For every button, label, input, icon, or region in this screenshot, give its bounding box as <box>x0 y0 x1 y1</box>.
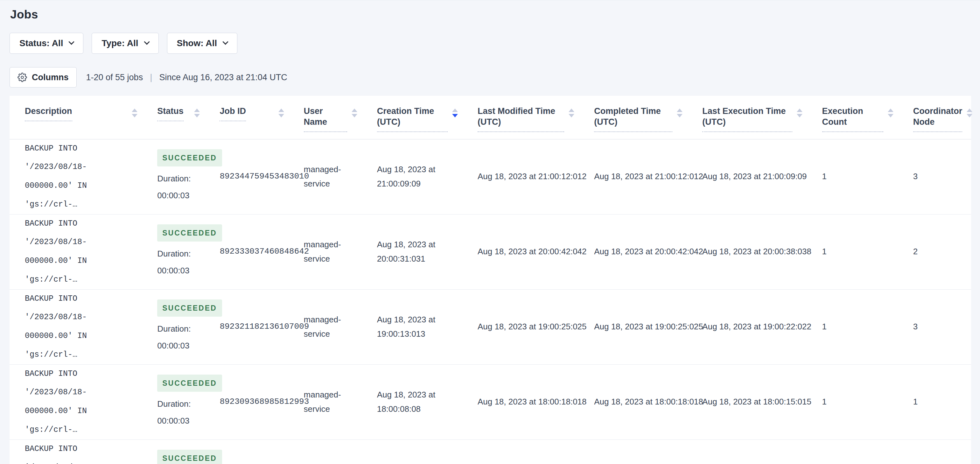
status-cell: SUCCEEDEDDuration:00:00:03 <box>142 139 204 214</box>
status-filter-dropdown[interactable]: Status: All <box>10 33 83 54</box>
job-duration-value: 00:00:03 <box>157 337 200 354</box>
completed-time-cell: Aug 18, 2023 at 21:00:12:012 <box>579 139 687 214</box>
status-cell: SUCCEEDEDDuration:00:00:03 <box>142 364 204 440</box>
execution-count-cell: 1 <box>807 214 898 289</box>
last-modified-time-cell: Aug 18, 2023 at 19:00:25:025 <box>462 289 579 364</box>
last-execution-time-cell: Aug 18, 2023 at 21:00:09:09 <box>687 139 807 214</box>
last-execution-time-cell: Aug 18, 2023 at 17:00:22:022 <box>687 440 807 464</box>
type-filter-label: Type: All <box>102 38 138 48</box>
sort-arrows-icon <box>569 108 574 118</box>
description-cell: BACKUP INTO '/2023/08/18- 000000.00' IN … <box>10 440 142 464</box>
last-modified-time-cell: Aug 18, 2023 at 18:00:18:018 <box>462 364 579 440</box>
description-cell: BACKUP INTO '/2023/08/18- 000000.00' IN … <box>10 289 142 364</box>
status-badge: SUCCEEDED <box>157 149 222 166</box>
results-count: 1-20 of 55 jobs <box>86 73 143 83</box>
show-filter-dropdown[interactable]: Show: All <box>167 33 238 54</box>
job-description-link[interactable]: BACKUP INTO '/2023/08/18- 000000.00' IN … <box>25 444 87 464</box>
user-name-cell: managed-service <box>289 440 362 464</box>
job-duration-label: Duration: <box>157 320 200 337</box>
filter-bar: Status: All Type: All Show: All <box>10 33 971 54</box>
table-row: BACKUP INTO '/2023/08/18- 000000.00' IN … <box>10 214 971 289</box>
jobs-table: Description Status Job ID User Name Crea… <box>10 96 971 464</box>
column-header-job-id[interactable]: Job ID <box>204 96 288 139</box>
job-duration-label: Duration: <box>157 246 200 262</box>
columns-button[interactable]: Columns <box>10 67 77 88</box>
creation-time-cell: Aug 18, 2023 at 18:00:08:08 <box>362 364 462 440</box>
table-header-row: Description Status Job ID User Name Crea… <box>10 96 971 139</box>
execution-count-cell: 1 <box>807 440 898 464</box>
jobs-table-container: Description Status Job ID User Name Crea… <box>10 96 971 464</box>
column-header-last-execution-time[interactable]: Last Execution Time (UTC) <box>687 96 807 139</box>
job-duration-label: Duration: <box>157 170 200 187</box>
job-description-link[interactable]: BACKUP INTO '/2023/08/18- 000000.00' IN … <box>25 369 87 434</box>
last-modified-time-cell: Aug 18, 2023 at 17:00:25:025 <box>462 440 579 464</box>
coordinator-node-cell: 2 <box>898 214 971 289</box>
coordinator-node-cell: 1 <box>898 364 971 440</box>
creation-time-cell: Aug 18, 2023 at 21:00:09:09 <box>362 139 462 214</box>
last-modified-time-cell: Aug 18, 2023 at 21:00:12:012 <box>462 139 579 214</box>
column-header-last-modified-time[interactable]: Last Modified Time (UTC) <box>462 96 579 139</box>
sort-arrows-icon <box>797 108 802 118</box>
job-description-link[interactable]: BACKUP INTO '/2023/08/18- 000000.00' IN … <box>25 219 87 284</box>
execution-count-cell: 1 <box>807 139 898 214</box>
creation-time-cell: Aug 18, 2023 at 17:00:09:09 <box>362 440 462 464</box>
completed-time-cell: Aug 18, 2023 at 19:00:25:025 <box>579 289 687 364</box>
table-row: BACKUP INTO '/2023/08/18- 000000.00' IN … <box>10 139 971 214</box>
status-filter-label: Status: All <box>19 38 63 48</box>
gear-icon <box>18 73 27 82</box>
coordinator-node-cell: 3 <box>898 289 971 364</box>
table-row: BACKUP INTO '/2023/08/18- 000000.00' IN … <box>10 289 971 364</box>
chevron-down-icon <box>144 39 150 45</box>
show-filter-label: Show: All <box>177 38 217 48</box>
columns-button-label: Columns <box>32 73 69 83</box>
completed-time-cell: Aug 18, 2023 at 17:00:25:025 <box>579 440 687 464</box>
column-header-description[interactable]: Description <box>10 96 142 139</box>
job-description-link[interactable]: BACKUP INTO '/2023/08/18- 000000.00' IN … <box>25 144 87 209</box>
status-badge: SUCCEEDED <box>157 300 222 317</box>
job-description-link[interactable]: BACKUP INTO '/2023/08/18- 000000.00' IN … <box>25 294 87 359</box>
completed-time-cell: Aug 18, 2023 at 20:00:42:042 <box>579 214 687 289</box>
execution-count-cell: 1 <box>807 289 898 364</box>
status-cell: SUCCEEDEDDuration:00:00:03 <box>142 289 204 364</box>
job-duration-value: 00:00:03 <box>157 262 200 279</box>
last-execution-time-cell: Aug 18, 2023 at 20:00:38:038 <box>687 214 807 289</box>
job-duration-label: Duration: <box>157 395 200 413</box>
toolbar-divider: | <box>150 72 152 83</box>
status-cell: SUCCEEDEDDuration:00:00:03 <box>142 214 204 289</box>
description-cell: BACKUP INTO '/2023/08/18- 000000.00' IN … <box>10 364 142 440</box>
sort-arrows-icon <box>677 108 682 118</box>
column-header-user-name[interactable]: User Name <box>289 96 362 139</box>
last-execution-time-cell: Aug 18, 2023 at 18:00:15:015 <box>687 364 807 440</box>
last-modified-time-cell: Aug 18, 2023 at 20:00:42:042 <box>462 214 579 289</box>
column-header-completed-time[interactable]: Completed Time (UTC) <box>579 96 687 139</box>
status-badge: SUCCEEDED <box>157 224 222 242</box>
page-title: Jobs <box>10 8 971 21</box>
column-header-creation-time[interactable]: Creation Time (UTC) <box>362 96 462 139</box>
column-header-execution-count[interactable]: Execution Count <box>807 96 898 139</box>
chevron-down-icon <box>223 39 228 45</box>
type-filter-dropdown[interactable]: Type: All <box>92 33 159 54</box>
sort-arrows-icon <box>132 108 137 118</box>
table-row: BACKUP INTO '/2023/08/18- 000000.00' IN … <box>10 364 971 440</box>
sort-arrows-icon <box>352 108 357 118</box>
status-cell: SUCCEEDEDDuration:00:00:03 <box>142 440 204 464</box>
table-row: BACKUP INTO '/2023/08/18- 000000.00' IN … <box>10 440 971 464</box>
sort-arrows-icon <box>888 108 894 118</box>
table-toolbar: Columns 1-20 of 55 jobs | Since Aug 16, … <box>10 67 971 88</box>
sort-arrows-icon <box>278 108 284 118</box>
last-execution-time-cell: Aug 18, 2023 at 19:00:22:022 <box>687 289 807 364</box>
sort-arrows-icon <box>194 108 200 118</box>
sort-arrows-icon <box>967 108 972 118</box>
job-duration-value: 00:00:03 <box>157 187 200 204</box>
column-header-status[interactable]: Status <box>142 96 204 139</box>
status-badge: SUCCEEDED <box>157 450 222 464</box>
since-timestamp: Since Aug 16, 2023 at 21:04 UTC <box>159 73 287 83</box>
creation-time-cell: Aug 18, 2023 at 20:00:31:031 <box>362 214 462 289</box>
status-badge: SUCCEEDED <box>157 375 222 392</box>
coordinator-node-cell: 3 <box>898 139 971 214</box>
column-header-coordinator-node[interactable]: Coordinator Node <box>898 96 971 139</box>
jobs-page: Jobs Status: All Type: All Show: All Col… <box>0 8 980 464</box>
coordinator-node-cell: 2 <box>898 440 971 464</box>
description-cell: BACKUP INTO '/2023/08/18- 000000.00' IN … <box>10 139 142 214</box>
execution-count-cell: 1 <box>807 364 898 440</box>
